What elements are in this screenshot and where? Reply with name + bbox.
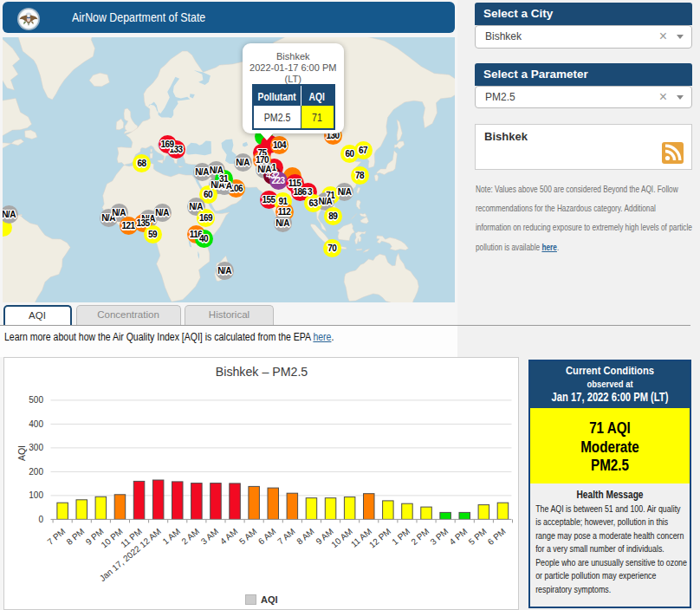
svg-text:7 PM: 7 PM	[45, 527, 67, 547]
svg-text:12 PM: 12 PM	[366, 527, 392, 550]
svg-text:8 AM: 8 AM	[295, 527, 316, 547]
svg-text:10 PM: 10 PM	[99, 527, 124, 550]
svg-text:400: 400	[29, 419, 43, 429]
svg-text:4 AM: 4 AM	[217, 527, 239, 547]
svg-text:3 PM: 3 PM	[428, 527, 450, 547]
svg-text:5 AM: 5 AM	[237, 527, 258, 547]
svg-text:7 AM: 7 AM	[275, 527, 297, 547]
svg-text:100: 100	[29, 490, 43, 500]
svg-text:0: 0	[38, 515, 43, 524]
svg-text:8 PM: 8 PM	[64, 527, 86, 547]
svg-text:300: 300	[29, 443, 43, 452]
svg-text:5 PM: 5 PM	[466, 527, 488, 547]
svg-text:6 AM: 6 AM	[256, 527, 277, 547]
svg-text:1 AM: 1 AM	[160, 527, 182, 547]
svg-text:2 PM: 2 PM	[409, 527, 431, 547]
svg-text:2 AM: 2 AM	[179, 527, 201, 547]
svg-text:4 PM: 4 PM	[447, 527, 469, 547]
svg-text:3 AM: 3 AM	[198, 527, 220, 547]
svg-text:AQI: AQI	[261, 594, 278, 605]
svg-text:200: 200	[29, 467, 43, 477]
svg-text:AQI: AQI	[16, 445, 26, 461]
svg-text:1 PM: 1 PM	[390, 527, 412, 547]
svg-text:10 AM: 10 AM	[329, 527, 354, 550]
svg-text:6 PM: 6 PM	[485, 527, 507, 547]
svg-text:500: 500	[29, 395, 43, 405]
